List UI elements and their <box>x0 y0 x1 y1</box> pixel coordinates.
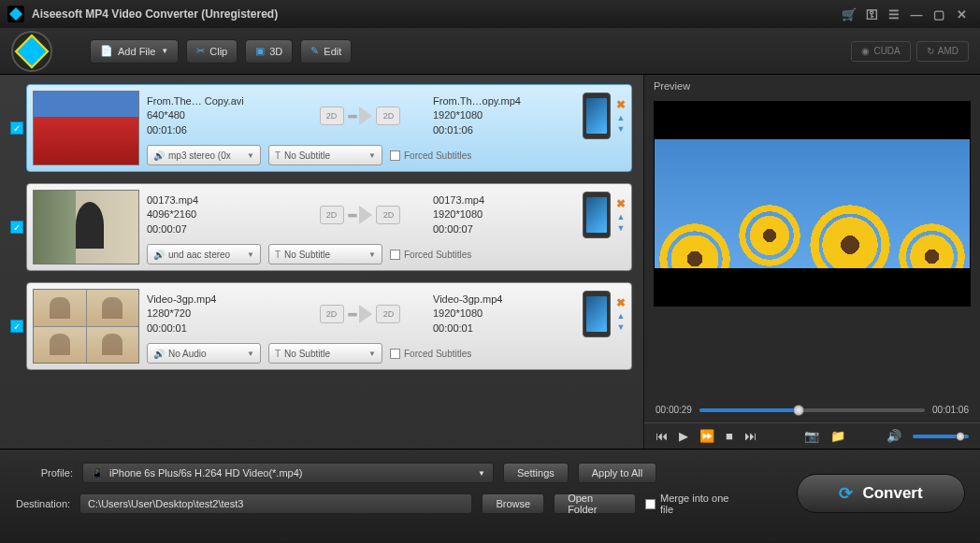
text-icon: T <box>275 250 281 260</box>
subtitle-dropdown[interactable]: TNo Subtitle▼ <box>268 244 382 264</box>
speaker-icon: 🔊 <box>153 150 165 161</box>
time-current: 00:00:29 <box>656 405 692 415</box>
move-up-icon[interactable]: ▲ <box>617 212 626 221</box>
move-down-icon[interactable]: ▼ <box>617 124 626 134</box>
timeline: 00:00:29 00:01:06 <box>644 397 980 422</box>
scissors-icon: ✂ <box>196 45 205 57</box>
preview-video[interactable] <box>654 101 971 307</box>
stop-icon[interactable]: ■ <box>726 429 733 443</box>
volume-slider[interactable] <box>913 435 969 438</box>
titlebar: Aiseesoft MP4 Video Converter (Unregiste… <box>0 0 980 28</box>
device-icon <box>583 291 611 337</box>
source-info: Video-3gp.mp41280*72000:00:01 <box>147 293 287 336</box>
edit-label: Edit <box>324 46 341 57</box>
phone-icon: 📱 <box>91 467 104 479</box>
edit-button[interactable]: ✎Edit <box>300 39 352 64</box>
settings-button[interactable]: Settings <box>503 463 569 483</box>
add-file-label: Add File <box>118 46 155 57</box>
preview-title: Preview <box>644 75 980 97</box>
target-info: Video-3gp.mp41920*108000:00:01 <box>433 293 573 336</box>
source-info: From.The… Copy.avi640*48000:01:06 <box>147 94 287 137</box>
move-down-icon[interactable]: ▼ <box>617 322 626 332</box>
file-checkbox[interactable]: ✓ <box>10 121 23 135</box>
conversion-arrow: 2D▪▪▪2D <box>287 305 433 323</box>
forced-subtitles-checkbox[interactable]: Forced Subtitles <box>390 343 471 364</box>
toolbar: 📄Add File▼ ✂Clip ▣3D ✎Edit ◉ CUDA ↻ AMD <box>0 28 980 75</box>
amd-label: AMD <box>938 46 958 56</box>
speaker-icon: 🔊 <box>153 349 165 359</box>
edit-icon: ✎ <box>310 45 319 57</box>
merge-checkbox[interactable]: Merge into one file <box>645 493 741 515</box>
menu-icon[interactable]: ☰ <box>883 5 905 23</box>
cuda-label: CUDA <box>873 46 900 56</box>
clip-button[interactable]: ✂Clip <box>186 39 238 64</box>
apply-all-button[interactable]: Apply to All <box>578 463 656 483</box>
next-icon[interactable]: ⏭ <box>744 429 757 443</box>
target-info: From.Th…opy.mp41920*108000:01:06 <box>433 94 573 137</box>
prev-icon[interactable]: ⏮ <box>656 429 668 443</box>
remove-icon[interactable]: ✖ <box>616 197 626 210</box>
forced-subtitles-checkbox[interactable]: Forced Subtitles <box>390 145 471 165</box>
refresh-icon: ⟳ <box>839 483 853 504</box>
volume-icon[interactable]: 🔊 <box>886 429 901 443</box>
destination-label: Destination: <box>15 498 70 509</box>
file-thumbnail <box>33 91 139 165</box>
target-info: 00173.mp41920*108000:00:07 <box>433 193 573 236</box>
playback-controls: ⏮ ▶ ⏩ ■ ⏭ 📷 📁 🔊 <box>644 422 980 449</box>
cuda-button[interactable]: ◉ CUDA <box>851 41 910 62</box>
file-thumbnail <box>33 190 139 264</box>
add-file-button[interactable]: 📄Add File▼ <box>90 39 179 64</box>
text-icon: T <box>275 150 281 161</box>
bottom-bar: Profile: 📱iPhone 6s Plus/6s H.264 HD Vid… <box>0 449 980 542</box>
preview-panel: Preview 00:00:29 00:01:06 ⏮ ▶ ⏩ ■ ⏭ <box>643 75 980 449</box>
move-up-icon[interactable]: ▲ <box>617 113 626 122</box>
close-icon[interactable]: ✕ <box>950 5 973 23</box>
device-icon <box>583 93 611 139</box>
forced-subtitles-checkbox[interactable]: Forced Subtitles <box>390 244 471 264</box>
subtitle-dropdown[interactable]: TNo Subtitle▼ <box>268 343 382 364</box>
file-card[interactable]: ✓ Video-3gp.mp41280*72000:00:01 2D▪▪▪2D … <box>26 282 632 370</box>
play-icon[interactable]: ▶ <box>679 429 688 443</box>
browse-button[interactable]: Browse <box>482 493 544 514</box>
audio-dropdown[interactable]: 🔊No Audio▼ <box>147 343 261 364</box>
convert-button[interactable]: ⟳ Convert <box>797 474 965 513</box>
conversion-arrow: 2D▪▪▪2D <box>287 107 433 125</box>
cart-icon[interactable]: 🛒 <box>838 5 860 23</box>
file-list: ✓ From.The… Copy.avi640*48000:01:06 2D▪▪… <box>0 75 643 449</box>
app-logo <box>11 31 52 72</box>
app-small-logo <box>7 6 24 22</box>
seek-slider[interactable] <box>699 408 925 412</box>
remove-icon[interactable]: ✖ <box>616 98 626 111</box>
audio-dropdown[interactable]: 🔊und aac stereo▼ <box>147 244 261 264</box>
open-folder-button[interactable]: Open Folder <box>554 493 636 514</box>
move-down-icon[interactable]: ▼ <box>617 223 626 233</box>
clip-label: Clip <box>209 46 227 57</box>
destination-field[interactable]: C:\Users\User\Desktop\test2\test3 <box>79 493 472 514</box>
remove-icon[interactable]: ✖ <box>616 296 626 309</box>
file-checkbox[interactable]: ✓ <box>10 320 23 333</box>
folder-icon[interactable]: 📁 <box>830 429 845 443</box>
maximize-icon[interactable]: ▢ <box>928 5 950 23</box>
speaker-icon: 🔊 <box>153 250 165 260</box>
source-info: 00173.mp44096*216000:00:07 <box>147 193 287 236</box>
conversion-arrow: 2D▪▪▪2D <box>287 206 433 224</box>
text-icon: T <box>275 349 281 359</box>
time-total: 00:01:06 <box>932 405 969 415</box>
minimize-icon[interactable]: — <box>905 5 928 23</box>
amd-button[interactable]: ↻ AMD <box>916 41 969 62</box>
file-card[interactable]: ✓ From.The… Copy.avi640*48000:01:06 2D▪▪… <box>26 84 632 172</box>
snapshot-icon[interactable]: 📷 <box>804 429 819 443</box>
3d-label: 3D <box>269 46 282 57</box>
3d-icon: ▣ <box>255 45 265 57</box>
subtitle-dropdown[interactable]: TNo Subtitle▼ <box>268 145 382 165</box>
move-up-icon[interactable]: ▲ <box>617 311 626 321</box>
profile-label: Profile: <box>15 467 73 479</box>
file-checkbox[interactable]: ✓ <box>10 221 23 234</box>
audio-dropdown[interactable]: 🔊mp3 stereo (0x▼ <box>147 145 261 165</box>
3d-button[interactable]: ▣3D <box>245 39 293 64</box>
key-icon[interactable]: ⚿ <box>860 5 883 23</box>
fast-forward-icon[interactable]: ⏩ <box>699 429 714 443</box>
file-card[interactable]: ✓ 00173.mp44096*216000:00:07 2D▪▪▪2D 001… <box>26 183 632 271</box>
profile-dropdown[interactable]: 📱iPhone 6s Plus/6s H.264 HD Video(*.mp4)… <box>82 463 494 483</box>
file-thumbnail <box>33 289 139 364</box>
